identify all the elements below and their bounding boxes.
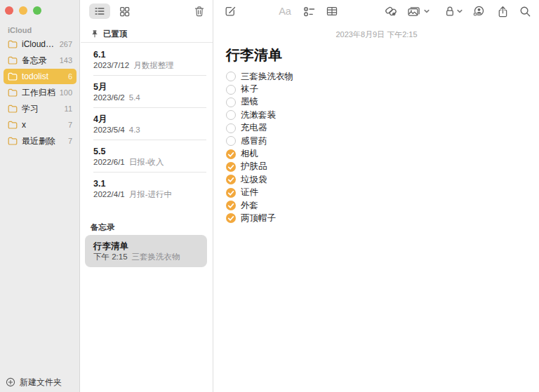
checklist-item[interactable]: 相机 <box>226 147 539 160</box>
sidebar-item-notes[interactable]: 备忘录 143 <box>4 53 76 68</box>
checkbox-circle[interactable] <box>226 162 236 172</box>
minimize-button[interactable] <box>19 6 27 15</box>
checklist-item[interactable]: 三套换洗衣物 <box>226 70 539 83</box>
note-item-title: 5.5 <box>93 146 206 157</box>
note-body[interactable]: 2023年8月9日 下午2:15 行李清单 三套换洗衣物 袜子 墨镜 洗漱套装 <box>214 0 539 225</box>
folder-icon <box>8 137 18 145</box>
note-item-preview: 日报-收入 <box>129 158 164 166</box>
list-view-icon <box>93 5 106 18</box>
list-item[interactable]: 3.1 2022/4/1月报-进行中 <box>81 173 213 205</box>
note-count: 7 <box>68 121 72 129</box>
checklist-item[interactable]: 充电器 <box>226 122 539 135</box>
note-title[interactable]: 行李清单 <box>226 46 539 63</box>
notes-header-label: 备忘录 <box>91 222 115 233</box>
checklist-item-label: 垃圾袋 <box>241 174 267 186</box>
list-item[interactable]: 6.1 2023/7/12月数据整理 <box>81 43 213 76</box>
checklist-item[interactable]: 两顶帽子 <box>226 212 539 224</box>
checkbox-circle[interactable] <box>226 72 236 81</box>
sidebar-item-x[interactable]: x 7 <box>4 117 76 133</box>
note-item-time: 下午 2:15 <box>93 252 128 261</box>
list-item[interactable]: 4月 2023/5/44.3 <box>81 108 213 140</box>
gallery-view-button[interactable] <box>114 4 135 19</box>
checklist-item-label: 袜子 <box>241 83 258 95</box>
note-timestamp: 2023年8月9日 下午2:15 <box>214 29 539 40</box>
notes-list-column: 已置顶 6.1 2023/7/12月数据整理 5月 2023/6/25.4 4月… <box>81 0 213 392</box>
checklist-item-label: 墨镜 <box>241 96 258 108</box>
checklist-item[interactable]: 垃圾袋 <box>226 173 539 186</box>
icloud-section-label: iCloud <box>8 26 32 34</box>
zoom-button[interactable] <box>33 6 41 15</box>
checkbox-circle[interactable] <box>226 188 236 198</box>
note-item-date: 2023/5/4 <box>93 126 125 134</box>
checklist-item[interactable]: 袜子 <box>226 83 539 95</box>
note-item-title: 5月 <box>93 81 206 93</box>
folder-icon <box>8 121 18 129</box>
note-item-preview: 4.3 <box>129 126 140 134</box>
checklist-item-label: 两顶帽子 <box>241 212 276 224</box>
note-item-date: 2022/6/1 <box>93 158 125 166</box>
divider <box>81 42 213 43</box>
checklist-item[interactable]: 墨镜 <box>226 96 539 109</box>
sidebar-item-study[interactable]: 学习 11 <box>4 101 76 116</box>
pinned-notes-list: 6.1 2023/7/12月数据整理 5月 2023/6/25.4 4月 202… <box>81 43 213 205</box>
note-item-title: 6.1 <box>93 49 206 60</box>
sidebar-item-label: 工作归档 <box>22 87 60 99</box>
folder-icon <box>8 88 18 97</box>
plus-circle-icon <box>6 377 15 387</box>
notes-window: iCloud iCloud… 267 备忘录 143 todolist 6 工作… <box>0 0 539 392</box>
note-count: 267 <box>60 40 72 48</box>
note-count: 143 <box>60 56 72 65</box>
note-item-preview: 三套换洗衣物 <box>132 252 180 261</box>
pinned-section-header: 已置顶 <box>81 28 213 39</box>
checkbox-circle[interactable] <box>226 149 236 159</box>
sidebar-item-recently-deleted[interactable]: 最近删除 7 <box>4 133 76 149</box>
new-folder-button[interactable]: 新建文件夹 <box>0 372 79 392</box>
note-item-preview: 5.4 <box>129 93 140 102</box>
folder-icon <box>8 56 18 65</box>
list-view-button[interactable] <box>89 4 110 19</box>
close-button[interactable] <box>5 6 13 15</box>
checkbox-circle[interactable] <box>226 110 236 120</box>
sidebar-item-label: 备忘录 <box>22 55 60 67</box>
checkbox-circle[interactable] <box>226 213 236 223</box>
checkbox-circle[interactable] <box>226 136 236 146</box>
checklist-item-label: 充电器 <box>241 122 267 134</box>
checklist-item[interactable]: 洗漱套装 <box>226 109 539 121</box>
delete-note-button[interactable] <box>192 4 207 19</box>
note-item-title: 4月 <box>93 114 206 125</box>
trash-icon <box>193 5 206 18</box>
sidebar-item-todolist[interactable]: todolist 6 <box>4 69 76 84</box>
note-count: 6 <box>68 72 72 81</box>
grid-view-icon <box>119 6 131 18</box>
sidebar-item-icloud[interactable]: iCloud… 267 <box>4 36 76 52</box>
checkbox-circle[interactable] <box>226 97 236 107</box>
folder-icon <box>8 40 18 48</box>
checklist-item[interactable]: 证件 <box>226 187 539 199</box>
note-count: 7 <box>68 137 72 145</box>
checklist-item[interactable]: 护肤品 <box>226 161 539 173</box>
sidebar-item-label: iCloud… <box>22 39 60 49</box>
checkbox-circle[interactable] <box>226 175 236 184</box>
new-folder-label: 新建文件夹 <box>20 377 62 388</box>
list-item[interactable]: 5月 2023/6/25.4 <box>81 76 213 108</box>
folder-list: iCloud… 267 备忘录 143 todolist 6 工作归档 100 … <box>4 36 76 149</box>
note-count: 11 <box>65 104 72 113</box>
note-item-title: 3.1 <box>93 178 206 189</box>
sidebar-item-label: 最近删除 <box>22 135 68 147</box>
checkbox-circle[interactable] <box>226 123 236 133</box>
list-item[interactable]: 5.5 2022/6/1日报-收入 <box>81 140 213 173</box>
checklist-item-label: 三套换洗衣物 <box>241 71 293 83</box>
sidebar-item-work-archive[interactable]: 工作归档 100 <box>4 85 76 100</box>
folder-icon <box>8 72 18 81</box>
checklist-item[interactable]: 感冒药 <box>226 135 539 147</box>
note-item-title: 行李清单 <box>93 241 200 252</box>
checklist-item-label: 洗漱套装 <box>241 109 276 121</box>
checklist-item-label: 感冒药 <box>241 135 267 147</box>
sidebar-item-label: todolist <box>22 72 68 81</box>
list-item-selected[interactable]: 行李清单 下午 2:15三套换洗衣物 <box>85 235 207 267</box>
note-item-date: 2022/4/1 <box>93 190 125 198</box>
notes-section-header: 备忘录 <box>81 222 213 233</box>
checkbox-circle[interactable] <box>226 85 236 95</box>
checkbox-circle[interactable] <box>226 201 236 210</box>
checklist-item[interactable]: 外套 <box>226 199 539 212</box>
